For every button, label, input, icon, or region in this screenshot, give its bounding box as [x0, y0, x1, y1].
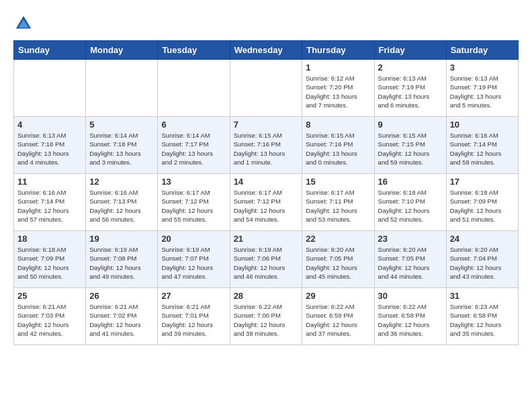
day-info: Sunrise: 6:19 AM Sunset: 7:06 PM Dayligh… [234, 245, 299, 281]
day-number: 5 [89, 120, 154, 130]
day-info: Sunrise: 6:21 AM Sunset: 7:03 PM Dayligh… [17, 302, 82, 338]
day-info: Sunrise: 6:13 AM Sunset: 7:19 PM Dayligh… [450, 74, 515, 109]
day-number: 26 [89, 291, 154, 301]
calendar-week-row: 18Sunrise: 6:18 AM Sunset: 7:09 PM Dayli… [14, 231, 519, 288]
day-info: Sunrise: 6:23 AM Sunset: 6:58 PM Dayligh… [450, 302, 515, 338]
calendar-week-row: 11Sunrise: 6:16 AM Sunset: 7:14 PM Dayli… [14, 174, 519, 231]
day-number: 2 [378, 62, 443, 73]
day-header-saturday: Saturday [446, 41, 518, 60]
day-info: Sunrise: 6:14 AM Sunset: 7:18 PM Dayligh… [89, 131, 154, 167]
day-number: 23 [378, 234, 443, 244]
day-number: 31 [450, 291, 515, 301]
day-number: 16 [378, 177, 443, 187]
day-info: Sunrise: 6:22 AM Sunset: 6:58 PM Dayligh… [378, 302, 443, 338]
day-number: 17 [450, 177, 515, 187]
day-number: 7 [234, 120, 299, 130]
day-info: Sunrise: 6:21 AM Sunset: 7:02 PM Dayligh… [89, 302, 154, 338]
day-info: Sunrise: 6:22 AM Sunset: 6:59 PM Dayligh… [306, 302, 370, 338]
day-info: Sunrise: 6:17 AM Sunset: 7:12 PM Dayligh… [161, 188, 226, 224]
day-number: 24 [450, 234, 515, 244]
calendar-header-row: SundayMondayTuesdayWednesdayThursdayFrid… [14, 41, 519, 60]
calendar-day-cell [14, 60, 86, 117]
calendar-day-cell: 3Sunrise: 6:13 AM Sunset: 7:19 PM Daylig… [446, 60, 518, 117]
day-info: Sunrise: 6:16 AM Sunset: 7:13 PM Dayligh… [89, 188, 154, 224]
calendar-day-cell: 16Sunrise: 6:18 AM Sunset: 7:10 PM Dayli… [374, 174, 446, 231]
calendar-day-cell: 27Sunrise: 6:21 AM Sunset: 7:01 PM Dayli… [158, 288, 230, 345]
calendar-day-cell: 5Sunrise: 6:14 AM Sunset: 7:18 PM Daylig… [86, 117, 158, 174]
calendar-day-cell: 10Sunrise: 6:16 AM Sunset: 7:14 PM Dayli… [446, 117, 518, 174]
calendar-day-cell [230, 60, 302, 117]
day-number: 21 [234, 234, 299, 244]
calendar-day-cell: 1Sunrise: 6:12 AM Sunset: 7:20 PM Daylig… [302, 60, 374, 117]
calendar-day-cell: 9Sunrise: 6:15 AM Sunset: 7:15 PM Daylig… [374, 117, 446, 174]
logo-icon [13, 13, 34, 34]
calendar-day-cell: 8Sunrise: 6:15 AM Sunset: 7:16 PM Daylig… [302, 117, 374, 174]
day-number: 11 [17, 177, 82, 187]
calendar-table: SundayMondayTuesdayWednesdayThursdayFrid… [13, 40, 519, 345]
day-number: 15 [306, 177, 370, 187]
calendar-week-row: 4Sunrise: 6:13 AM Sunset: 7:18 PM Daylig… [14, 117, 519, 174]
page-header [13, 13, 519, 34]
calendar-day-cell: 28Sunrise: 6:22 AM Sunset: 7:00 PM Dayli… [230, 288, 302, 345]
calendar-day-cell: 23Sunrise: 6:20 AM Sunset: 7:05 PM Dayli… [374, 231, 446, 288]
calendar-day-cell [158, 60, 230, 117]
calendar-day-cell: 12Sunrise: 6:16 AM Sunset: 7:13 PM Dayli… [86, 174, 158, 231]
day-number: 28 [234, 291, 299, 301]
day-info: Sunrise: 6:16 AM Sunset: 7:14 PM Dayligh… [450, 131, 515, 167]
calendar-day-cell: 11Sunrise: 6:16 AM Sunset: 7:14 PM Dayli… [14, 174, 86, 231]
day-info: Sunrise: 6:18 AM Sunset: 7:09 PM Dayligh… [450, 188, 515, 224]
calendar-day-cell: 30Sunrise: 6:22 AM Sunset: 6:58 PM Dayli… [374, 288, 446, 345]
day-number: 6 [161, 120, 226, 130]
calendar-day-cell: 2Sunrise: 6:13 AM Sunset: 7:19 PM Daylig… [374, 60, 446, 117]
day-header-friday: Friday [374, 41, 446, 60]
day-number: 10 [450, 120, 515, 130]
calendar-day-cell: 15Sunrise: 6:17 AM Sunset: 7:11 PM Dayli… [302, 174, 374, 231]
day-info: Sunrise: 6:18 AM Sunset: 7:10 PM Dayligh… [378, 188, 443, 224]
calendar-day-cell: 19Sunrise: 6:19 AM Sunset: 7:08 PM Dayli… [86, 231, 158, 288]
calendar-day-cell: 7Sunrise: 6:15 AM Sunset: 7:16 PM Daylig… [230, 117, 302, 174]
calendar-day-cell: 26Sunrise: 6:21 AM Sunset: 7:02 PM Dayli… [86, 288, 158, 345]
day-header-monday: Monday [86, 41, 158, 60]
day-number: 8 [306, 120, 370, 130]
day-info: Sunrise: 6:20 AM Sunset: 7:05 PM Dayligh… [306, 245, 370, 281]
day-info: Sunrise: 6:13 AM Sunset: 7:18 PM Dayligh… [17, 131, 82, 167]
day-info: Sunrise: 6:14 AM Sunset: 7:17 PM Dayligh… [161, 131, 226, 167]
day-number: 13 [161, 177, 226, 187]
day-number: 30 [378, 291, 443, 301]
day-header-sunday: Sunday [14, 41, 86, 60]
calendar-day-cell [86, 60, 158, 117]
day-info: Sunrise: 6:17 AM Sunset: 7:11 PM Dayligh… [306, 188, 370, 224]
day-info: Sunrise: 6:13 AM Sunset: 7:19 PM Dayligh… [378, 74, 443, 109]
day-info: Sunrise: 6:18 AM Sunset: 7:09 PM Dayligh… [17, 245, 82, 281]
logo [13, 13, 36, 34]
day-number: 18 [17, 234, 82, 244]
day-info: Sunrise: 6:17 AM Sunset: 7:12 PM Dayligh… [234, 188, 299, 224]
day-number: 29 [306, 291, 370, 301]
calendar-day-cell: 17Sunrise: 6:18 AM Sunset: 7:09 PM Dayli… [446, 174, 518, 231]
day-info: Sunrise: 6:22 AM Sunset: 7:00 PM Dayligh… [234, 302, 299, 338]
day-number: 22 [306, 234, 370, 244]
day-number: 27 [161, 291, 226, 301]
day-header-thursday: Thursday [302, 41, 374, 60]
day-info: Sunrise: 6:16 AM Sunset: 7:14 PM Dayligh… [17, 188, 82, 224]
calendar-day-cell: 21Sunrise: 6:19 AM Sunset: 7:06 PM Dayli… [230, 231, 302, 288]
day-number: 14 [234, 177, 299, 187]
calendar-day-cell: 22Sunrise: 6:20 AM Sunset: 7:05 PM Dayli… [302, 231, 374, 288]
day-info: Sunrise: 6:15 AM Sunset: 7:15 PM Dayligh… [378, 131, 443, 167]
day-number: 20 [161, 234, 226, 244]
calendar-day-cell: 25Sunrise: 6:21 AM Sunset: 7:03 PM Dayli… [14, 288, 86, 345]
day-number: 3 [450, 62, 515, 73]
calendar-day-cell: 24Sunrise: 6:20 AM Sunset: 7:04 PM Dayli… [446, 231, 518, 288]
day-info: Sunrise: 6:20 AM Sunset: 7:04 PM Dayligh… [450, 245, 515, 281]
day-number: 25 [17, 291, 82, 301]
calendar-day-cell: 29Sunrise: 6:22 AM Sunset: 6:59 PM Dayli… [302, 288, 374, 345]
day-info: Sunrise: 6:15 AM Sunset: 7:16 PM Dayligh… [234, 131, 299, 167]
calendar-week-row: 1Sunrise: 6:12 AM Sunset: 7:20 PM Daylig… [14, 60, 519, 117]
calendar-day-cell: 20Sunrise: 6:19 AM Sunset: 7:07 PM Dayli… [158, 231, 230, 288]
day-info: Sunrise: 6:15 AM Sunset: 7:16 PM Dayligh… [306, 131, 370, 167]
day-header-wednesday: Wednesday [230, 41, 302, 60]
calendar-week-row: 25Sunrise: 6:21 AM Sunset: 7:03 PM Dayli… [14, 288, 519, 345]
calendar-day-cell: 14Sunrise: 6:17 AM Sunset: 7:12 PM Dayli… [230, 174, 302, 231]
calendar-day-cell: 6Sunrise: 6:14 AM Sunset: 7:17 PM Daylig… [158, 117, 230, 174]
day-number: 4 [17, 120, 82, 130]
